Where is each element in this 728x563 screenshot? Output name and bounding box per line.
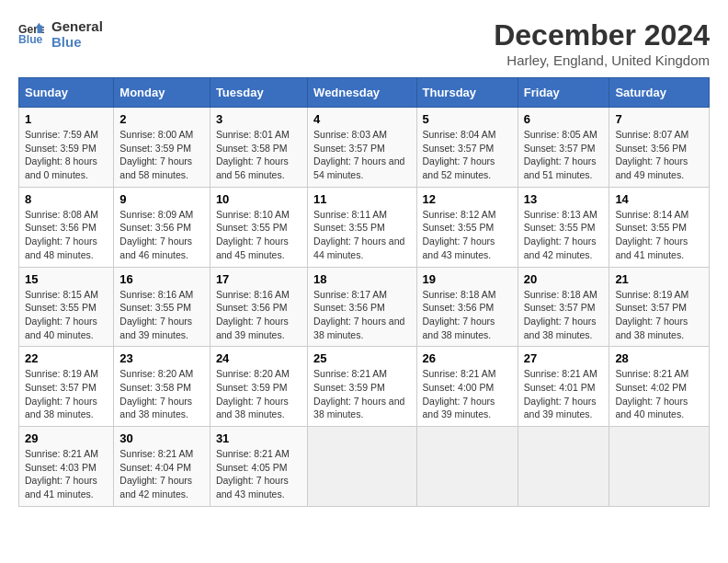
day-cell: 21Sunrise: 8:19 AMSunset: 3:57 PMDayligh… — [609, 267, 710, 347]
day-detail: Sunrise: 8:01 AMSunset: 3:58 PMDaylight:… — [216, 129, 290, 180]
logo-general: General — [51, 18, 103, 34]
day-detail: Sunrise: 8:21 AMSunset: 4:04 PMDaylight:… — [119, 448, 193, 500]
day-detail: Sunrise: 8:12 AMSunset: 3:55 PMDaylight:… — [423, 209, 496, 260]
day-detail: Sunrise: 8:09 AMSunset: 3:56 PMDaylight:… — [119, 209, 193, 260]
logo-blue: Blue — [51, 34, 103, 50]
col-header-wednesday: Wednesday — [308, 78, 416, 108]
day-detail: Sunrise: 8:03 AMSunset: 3:57 PMDaylight:… — [313, 129, 404, 180]
day-cell — [518, 427, 609, 507]
day-number: 26 — [423, 351, 512, 365]
day-cell: 14Sunrise: 8:14 AMSunset: 3:55 PMDayligh… — [609, 187, 710, 267]
day-number: 22 — [25, 351, 108, 365]
day-number: 9 — [119, 192, 204, 206]
day-number: 7 — [615, 112, 703, 126]
svg-text:Blue: Blue — [18, 33, 43, 46]
day-detail: Sunrise: 8:16 AMSunset: 3:56 PMDaylight:… — [216, 289, 290, 340]
day-detail: Sunrise: 8:18 AMSunset: 3:56 PMDaylight:… — [423, 289, 496, 340]
day-cell — [609, 427, 710, 507]
day-cell: 19Sunrise: 8:18 AMSunset: 3:56 PMDayligh… — [416, 267, 518, 347]
week-row-5: 29Sunrise: 8:21 AMSunset: 4:03 PMDayligh… — [19, 427, 710, 507]
day-cell: 26Sunrise: 8:21 AMSunset: 4:00 PMDayligh… — [416, 347, 518, 427]
day-cell: 1Sunrise: 7:59 AMSunset: 3:59 PMDaylight… — [19, 108, 114, 188]
day-detail: Sunrise: 8:21 AMSunset: 4:02 PMDaylight:… — [615, 368, 688, 419]
day-cell: 4Sunrise: 8:03 AMSunset: 3:57 PMDaylight… — [308, 108, 416, 188]
day-cell — [308, 427, 416, 507]
day-number: 6 — [524, 112, 604, 126]
day-detail: Sunrise: 8:21 AMSunset: 4:03 PMDaylight:… — [25, 448, 98, 500]
day-number: 23 — [119, 351, 204, 365]
day-cell: 16Sunrise: 8:16 AMSunset: 3:55 PMDayligh… — [114, 267, 210, 347]
day-cell: 3Sunrise: 8:01 AMSunset: 3:58 PMDaylight… — [210, 108, 307, 188]
day-detail: Sunrise: 8:10 AMSunset: 3:55 PMDaylight:… — [216, 209, 290, 260]
day-cell: 8Sunrise: 8:08 AMSunset: 3:56 PMDaylight… — [19, 187, 114, 267]
week-row-3: 15Sunrise: 8:15 AMSunset: 3:55 PMDayligh… — [19, 267, 710, 347]
day-detail: Sunrise: 8:21 AMSunset: 4:05 PMDaylight:… — [216, 448, 290, 500]
day-cell: 31Sunrise: 8:21 AMSunset: 4:05 PMDayligh… — [210, 427, 307, 507]
day-cell: 28Sunrise: 8:21 AMSunset: 4:02 PMDayligh… — [609, 347, 710, 427]
day-cell: 5Sunrise: 8:04 AMSunset: 3:57 PMDaylight… — [416, 108, 518, 188]
day-cell: 24Sunrise: 8:20 AMSunset: 3:59 PMDayligh… — [210, 347, 307, 427]
day-number: 18 — [313, 272, 410, 286]
week-row-1: 1Sunrise: 7:59 AMSunset: 3:59 PMDaylight… — [19, 108, 710, 188]
day-number: 12 — [423, 192, 512, 206]
day-cell: 6Sunrise: 8:05 AMSunset: 3:57 PMDaylight… — [518, 108, 609, 188]
day-number: 17 — [216, 272, 301, 286]
day-number: 19 — [423, 272, 512, 286]
day-cell: 12Sunrise: 8:12 AMSunset: 3:55 PMDayligh… — [416, 187, 518, 267]
day-number: 3 — [216, 112, 301, 126]
day-number: 31 — [216, 431, 301, 445]
logo-icon: General Blue — [18, 21, 44, 47]
day-number: 5 — [423, 112, 512, 126]
day-cell: 22Sunrise: 8:19 AMSunset: 3:57 PMDayligh… — [19, 347, 114, 427]
day-number: 20 — [524, 272, 604, 286]
day-detail: Sunrise: 8:14 AMSunset: 3:55 PMDaylight:… — [615, 209, 688, 260]
day-detail: Sunrise: 8:08 AMSunset: 3:56 PMDaylight:… — [25, 209, 98, 260]
day-detail: Sunrise: 8:20 AMSunset: 3:59 PMDaylight:… — [216, 368, 290, 419]
day-cell: 25Sunrise: 8:21 AMSunset: 3:59 PMDayligh… — [308, 347, 416, 427]
day-detail: Sunrise: 8:11 AMSunset: 3:55 PMDaylight:… — [313, 209, 404, 260]
col-header-tuesday: Tuesday — [210, 78, 307, 108]
day-number: 14 — [615, 192, 703, 206]
week-row-4: 22Sunrise: 8:19 AMSunset: 3:57 PMDayligh… — [19, 347, 710, 427]
day-cell: 18Sunrise: 8:17 AMSunset: 3:56 PMDayligh… — [308, 267, 416, 347]
day-cell — [416, 427, 518, 507]
col-header-thursday: Thursday — [416, 78, 518, 108]
day-cell: 30Sunrise: 8:21 AMSunset: 4:04 PMDayligh… — [114, 427, 210, 507]
day-number: 21 — [615, 272, 703, 286]
col-header-sunday: Sunday — [19, 78, 114, 108]
col-header-friday: Friday — [518, 78, 609, 108]
day-number: 4 — [313, 112, 410, 126]
day-detail: Sunrise: 8:19 AMSunset: 3:57 PMDaylight:… — [25, 368, 98, 419]
day-detail: Sunrise: 8:07 AMSunset: 3:56 PMDaylight:… — [615, 129, 688, 180]
day-number: 27 — [524, 351, 604, 365]
day-detail: Sunrise: 8:20 AMSunset: 3:58 PMDaylight:… — [119, 368, 193, 419]
title-section: December 2024 Harley, England, United Ki… — [494, 18, 710, 68]
week-row-2: 8Sunrise: 8:08 AMSunset: 3:56 PMDaylight… — [19, 187, 710, 267]
day-cell: 11Sunrise: 8:11 AMSunset: 3:55 PMDayligh… — [308, 187, 416, 267]
day-number: 28 — [615, 351, 703, 365]
day-detail: Sunrise: 8:13 AMSunset: 3:55 PMDaylight:… — [524, 209, 597, 260]
day-cell: 9Sunrise: 8:09 AMSunset: 3:56 PMDaylight… — [114, 187, 210, 267]
day-detail: Sunrise: 8:18 AMSunset: 3:57 PMDaylight:… — [524, 289, 597, 340]
day-detail: Sunrise: 8:21 AMSunset: 3:59 PMDaylight:… — [313, 368, 404, 419]
day-cell: 7Sunrise: 8:07 AMSunset: 3:56 PMDaylight… — [609, 108, 710, 188]
subtitle: Harley, England, United Kingdom — [494, 52, 710, 68]
day-detail: Sunrise: 8:00 AMSunset: 3:59 PMDaylight:… — [119, 129, 193, 180]
day-detail: Sunrise: 7:59 AMSunset: 3:59 PMDaylight:… — [25, 129, 98, 180]
day-cell: 20Sunrise: 8:18 AMSunset: 3:57 PMDayligh… — [518, 267, 609, 347]
day-number: 11 — [313, 192, 410, 206]
col-header-monday: Monday — [114, 78, 210, 108]
day-detail: Sunrise: 8:15 AMSunset: 3:55 PMDaylight:… — [25, 289, 98, 340]
day-cell: 17Sunrise: 8:16 AMSunset: 3:56 PMDayligh… — [210, 267, 307, 347]
day-detail: Sunrise: 8:17 AMSunset: 3:56 PMDaylight:… — [313, 289, 404, 340]
day-cell: 15Sunrise: 8:15 AMSunset: 3:55 PMDayligh… — [19, 267, 114, 347]
day-number: 8 — [25, 192, 108, 206]
day-detail: Sunrise: 8:16 AMSunset: 3:55 PMDaylight:… — [119, 289, 193, 340]
header-row: SundayMondayTuesdayWednesdayThursdayFrid… — [19, 78, 710, 108]
day-number: 2 — [119, 112, 204, 126]
day-detail: Sunrise: 8:21 AMSunset: 4:00 PMDaylight:… — [423, 368, 496, 419]
day-cell: 23Sunrise: 8:20 AMSunset: 3:58 PMDayligh… — [114, 347, 210, 427]
col-header-saturday: Saturday — [609, 78, 710, 108]
day-number: 1 — [25, 112, 108, 126]
day-cell: 10Sunrise: 8:10 AMSunset: 3:55 PMDayligh… — [210, 187, 307, 267]
